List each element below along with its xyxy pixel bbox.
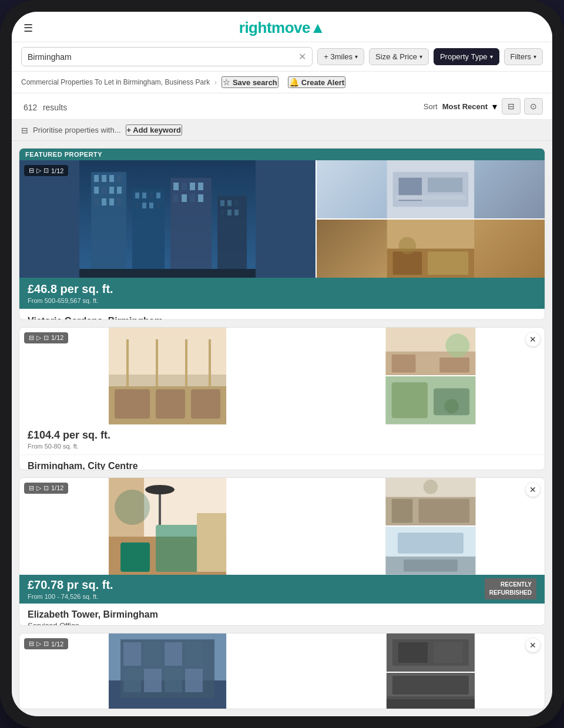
svg-rect-30 (190, 194, 195, 202)
svg-rect-12 (109, 198, 114, 205)
listing-1-price-section: £104.4 per sq. ft. From 50-80 sq. ft. (19, 424, 545, 455)
svg-rect-62 (392, 355, 416, 373)
prioritise-text: Prioritise properties with... (33, 126, 121, 134)
save-search-button[interactable]: ☆ Save search (221, 76, 278, 88)
svg-rect-6 (94, 187, 99, 194)
chevron-down-icon: ▾ (490, 53, 493, 60)
breadcrumb-bar: Commercial Properties To Let in Birmingh… (12, 72, 552, 93)
location-input-wrapper[interactable]: Birmingham ✕ (21, 47, 313, 66)
add-keyword-button[interactable]: + Add keyword (126, 124, 182, 136)
listing-1-image-counter: ⊟▷⊡ 1/12 (24, 332, 68, 343)
top-bar: ☰ rightmove▲ (12, 12, 552, 42)
svg-rect-102 (185, 669, 203, 692)
listings-container: FEATURED PROPERTY (12, 141, 552, 716)
svg-rect-2 (94, 175, 99, 182)
search-bar: Birmingham ✕ + 3miles ▾ Size & Price ▾ P… (12, 42, 552, 72)
featured-property-images: ⊟▷⊡ 1/12 (19, 160, 545, 278)
property-type-filter-button[interactable]: Property Type ▾ (434, 48, 499, 65)
svg-rect-59 (191, 389, 220, 419)
svg-rect-8 (109, 187, 114, 194)
listing-2-side-images (317, 478, 545, 575)
svg-rect-3 (102, 175, 106, 182)
listing-2-image-counter: ⊟▷⊡ 1/12 (24, 483, 68, 494)
image-counter: ⊟▷⊡ 1/12 (24, 165, 68, 176)
listing-2-main-image: ⊟▷⊡ 1/12 (19, 478, 315, 575)
sort-section: Sort Most Recent ▾ ⊟ ⊙ (424, 98, 543, 114)
close-listing-2-button[interactable]: ✕ (526, 483, 540, 497)
distance-filter-button[interactable]: + 3miles ▾ (317, 48, 364, 65)
listing-card-1[interactable]: ✕ (19, 327, 545, 470)
svg-point-85 (424, 480, 438, 494)
svg-point-49 (399, 237, 417, 255)
menu-icon[interactable]: ☰ (24, 22, 33, 35)
listing-1-side-images (317, 328, 545, 424)
listing-3-side-images (317, 633, 545, 709)
listing-2-top: ✕ (19, 478, 545, 575)
listing-1-title: Birmingham, City Centre (28, 461, 536, 470)
svg-rect-64 (439, 358, 469, 372)
svg-rect-32 (217, 196, 247, 278)
svg-rect-37 (227, 210, 231, 215)
filters-button[interactable]: Filters ▾ (504, 48, 543, 65)
svg-point-69 (445, 399, 459, 413)
filter-icon: ⊟ (21, 126, 28, 135)
close-listing-1-button[interactable]: ✕ (526, 332, 540, 346)
svg-rect-109 (392, 676, 469, 695)
svg-rect-25 (182, 183, 187, 190)
svg-rect-90 (404, 560, 458, 571)
location-input[interactable]: Birmingham (28, 52, 295, 62)
size-price-filter-button[interactable]: Size & Price ▾ (369, 48, 429, 65)
listing-1-images: ⊟▷⊡ 1/12 (19, 328, 545, 424)
featured-property-card[interactable]: FEATURED PROPERTY (19, 148, 545, 320)
svg-rect-75 (156, 525, 203, 572)
listing-1-price: £104.4 per sq. ft. (28, 429, 536, 441)
svg-rect-10 (94, 198, 99, 205)
svg-rect-44 (396, 195, 466, 200)
svg-rect-98 (185, 642, 203, 666)
svg-rect-5 (117, 175, 122, 182)
bell-icon: 🔔 (289, 77, 299, 87)
building-illustration (19, 160, 315, 278)
listing-3-images: ⊟▷⊡ 1/12 (19, 633, 545, 709)
featured-property-details: Victoria Gardens, Birmingham Office Coul… (19, 309, 545, 320)
listing-2-type: Serviced Office (28, 621, 536, 626)
clear-location-icon[interactable]: ✕ (298, 51, 306, 62)
listing-card-2[interactable]: ✕ (19, 477, 545, 626)
listing-2-info: Elizabeth Tower, Birmingham Serviced Off… (19, 604, 545, 626)
svg-rect-48 (428, 251, 468, 275)
view-icons: ⊟ ⊙ (502, 98, 543, 114)
listing-card-3[interactable]: ✕ (19, 633, 545, 709)
svg-rect-13 (117, 198, 122, 205)
svg-rect-97 (164, 642, 182, 666)
svg-rect-38 (234, 210, 239, 215)
map-view-button[interactable]: ⊙ (524, 98, 543, 114)
svg-point-77 (115, 490, 150, 525)
keywords-bar: ⊟ Prioritise properties with... + Add ke… (12, 120, 552, 141)
create-alert-button[interactable]: 🔔 Create Alert (288, 76, 345, 88)
sort-label: Sort (424, 102, 438, 111)
svg-rect-47 (393, 251, 422, 275)
svg-rect-67 (392, 383, 428, 419)
svg-rect-74 (120, 542, 150, 572)
featured-side-image-1 (317, 160, 545, 218)
svg-rect-33 (220, 200, 224, 206)
svg-rect-100 (144, 669, 162, 692)
svg-rect-110 (387, 699, 475, 709)
listing-2-price: £70.78 pr sq. ft. (28, 578, 113, 592)
close-listing-3-button[interactable]: ✕ (526, 638, 540, 652)
svg-rect-99 (123, 669, 141, 692)
listing-2-side-2 (317, 527, 545, 575)
listing-2-side-1 (317, 478, 545, 526)
svg-rect-105 (398, 642, 428, 663)
chevron-down-icon: ▾ (419, 53, 422, 60)
star-icon: ☆ (223, 77, 230, 87)
svg-rect-15 (135, 193, 139, 198)
listing-2-images: ⊟▷⊡ 1/12 (19, 478, 545, 575)
listing-2-price-bar: £70.78 pr sq. ft. From 100 - 74,526 sq. … (19, 575, 545, 604)
svg-rect-39 (79, 269, 256, 278)
featured-badge: FEATURED PROPERTY (19, 149, 545, 160)
list-view-button[interactable]: ⊟ (502, 98, 521, 114)
listing-3-top: ✕ (19, 633, 545, 709)
listing-1-price-from: From 50-80 sq. ft. (28, 443, 536, 450)
svg-rect-95 (123, 642, 141, 666)
